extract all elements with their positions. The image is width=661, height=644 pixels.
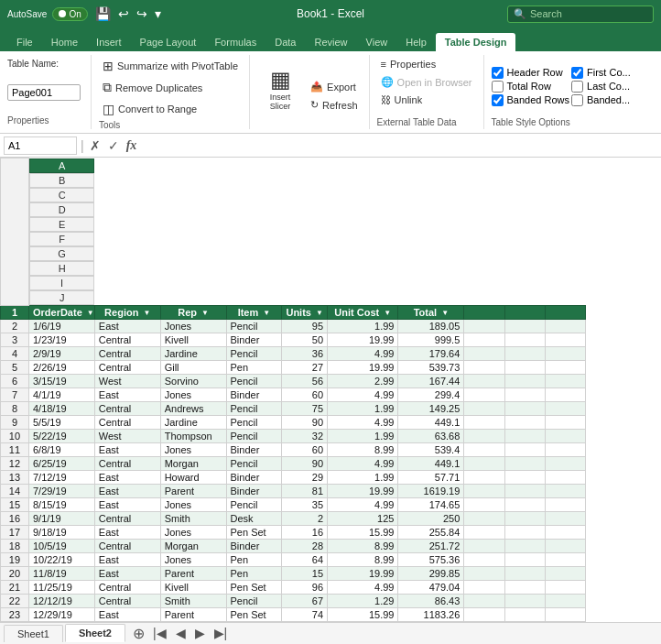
cell-unit-cost[interactable]: 19.99 [328, 566, 398, 580]
cell-units[interactable]: 36 [282, 346, 328, 360]
cell-orderdate[interactable]: 11/8/19 [28, 566, 94, 580]
cell-units[interactable]: 32 [282, 429, 328, 442]
empty-cell[interactable] [464, 566, 504, 580]
empty-cell[interactable] [464, 607, 504, 621]
cell-rep[interactable]: Jones [160, 442, 226, 456]
cell-units[interactable]: 28 [282, 539, 328, 552]
cell-rep[interactable]: Andrews [160, 401, 226, 415]
cell-units[interactable]: 90 [282, 456, 328, 470]
tab-nav-last[interactable]: ▶| [211, 626, 231, 640]
cell-units[interactable]: 60 [282, 387, 328, 401]
empty-cell[interactable] [464, 401, 504, 415]
cell-item[interactable]: Binder [226, 539, 282, 552]
empty-cell[interactable] [545, 607, 585, 621]
empty-cell[interactable] [545, 319, 585, 333]
cell-orderdate[interactable]: 10/22/19 [28, 552, 94, 566]
cell-unit-cost[interactable]: 1.99 [328, 319, 398, 333]
properties-button[interactable]: ≡ Properties [377, 57, 476, 71]
cell-units[interactable]: 56 [282, 374, 328, 387]
cell-units[interactable]: 29 [282, 470, 328, 484]
cell-region[interactable]: East [94, 607, 160, 621]
cell-units[interactable]: 64 [282, 552, 328, 566]
cell-unit-cost[interactable]: 15.99 [328, 607, 398, 621]
cell-region[interactable]: Central [94, 580, 160, 594]
col-header-d[interactable]: D [29, 202, 94, 217]
undo-icon[interactable]: ↩ [116, 5, 131, 23]
ribbon-tab-data[interactable]: Data [265, 33, 305, 51]
cell-unit-cost[interactable]: 125 [328, 511, 398, 525]
ribbon-tab-help[interactable]: Help [396, 33, 436, 51]
cell-units[interactable]: 16 [282, 525, 328, 539]
cell-item[interactable]: Binder [226, 470, 282, 484]
empty-cell[interactable] [464, 594, 504, 607]
redo-icon[interactable]: ↪ [135, 5, 149, 23]
empty-cell[interactable] [545, 539, 585, 552]
cell-region[interactable]: East [94, 525, 160, 539]
tab-nav-next[interactable]: ▶ [192, 626, 208, 640]
cell-total[interactable]: 539.73 [398, 360, 464, 374]
cell-units[interactable]: 96 [282, 580, 328, 594]
cell-region[interactable]: Central [94, 346, 160, 360]
search-input[interactable] [530, 8, 640, 19]
cell-orderdate[interactable]: 4/1/19 [28, 387, 94, 401]
insert-slicer-button[interactable]: ▦ InsertSlicer [257, 65, 303, 113]
cell-orderdate[interactable]: 11/25/19 [28, 580, 94, 594]
cell-units[interactable]: 15 [282, 566, 328, 580]
cell-unit-cost[interactable]: 4.99 [328, 456, 398, 470]
cell-rep[interactable]: Thompson [160, 429, 226, 442]
header-row-checkbox[interactable] [492, 67, 504, 79]
empty-cell[interactable] [504, 566, 545, 580]
empty-cell[interactable] [504, 346, 545, 360]
empty-cell[interactable] [545, 346, 585, 360]
cell-item[interactable]: Pencil [226, 401, 282, 415]
cell-item[interactable]: Pencil [226, 346, 282, 360]
banded-cols-check[interactable]: Banded... [571, 94, 650, 106]
cell-total[interactable]: 255.84 [398, 525, 464, 539]
cell-rep[interactable]: Jardine [160, 346, 226, 360]
empty-cell[interactable] [504, 374, 545, 387]
cell-region[interactable]: Central [94, 333, 160, 346]
cell-units[interactable]: 60 [282, 442, 328, 456]
empty-cell[interactable] [504, 580, 545, 594]
cell-total[interactable]: 479.04 [398, 580, 464, 594]
empty-cell[interactable] [504, 415, 545, 429]
cell-orderdate[interactable]: 4/18/19 [28, 401, 94, 415]
tab-nav-first[interactable]: |◀ [150, 626, 169, 640]
empty-cell[interactable] [545, 580, 585, 594]
cell-item[interactable]: Pen [226, 360, 282, 374]
header-region[interactable]: Region ▼ [94, 305, 160, 319]
empty-cell[interactable] [545, 387, 585, 401]
cell-region[interactable]: East [94, 442, 160, 456]
cell-region[interactable]: East [94, 319, 160, 333]
last-column-check[interactable]: Last Co... [571, 81, 650, 93]
cell-rep[interactable]: Jones [160, 387, 226, 401]
cell-total[interactable]: 63.68 [398, 429, 464, 442]
cell-rep[interactable]: Sorvino [160, 374, 226, 387]
cell-total[interactable]: 449.1 [398, 456, 464, 470]
cell-rep[interactable]: Smith [160, 511, 226, 525]
cell-item[interactable]: Pencil [226, 429, 282, 442]
cell-unit-cost[interactable]: 8.99 [328, 552, 398, 566]
cell-units[interactable]: 67 [282, 594, 328, 607]
export-button[interactable]: 📤 Export [307, 79, 362, 94]
cell-unit-cost[interactable]: 4.99 [328, 580, 398, 594]
empty-cell[interactable] [504, 333, 545, 346]
cell-units[interactable]: 75 [282, 401, 328, 415]
empty-cell[interactable] [504, 456, 545, 470]
cell-total[interactable]: 999.5 [398, 333, 464, 346]
col-header-e[interactable]: E [29, 217, 94, 232]
cell-units[interactable]: 81 [282, 484, 328, 497]
cell-total[interactable]: 1183.26 [398, 607, 464, 621]
autosave-toggle[interactable]: On [52, 7, 87, 21]
ribbon-tab-view[interactable]: View [357, 33, 397, 51]
empty-cell[interactable] [545, 360, 585, 374]
empty-cell[interactable] [504, 594, 545, 607]
col-header-j[interactable]: J [29, 290, 94, 305]
empty-cell[interactable] [464, 497, 504, 511]
cell-item[interactable]: Pencil [226, 456, 282, 470]
cell-rep[interactable]: Smith [160, 594, 226, 607]
empty-cell[interactable] [545, 525, 585, 539]
cell-item[interactable]: Pen [226, 566, 282, 580]
cell-total[interactable]: 539.4 [398, 442, 464, 456]
cell-region[interactable]: East [94, 484, 160, 497]
